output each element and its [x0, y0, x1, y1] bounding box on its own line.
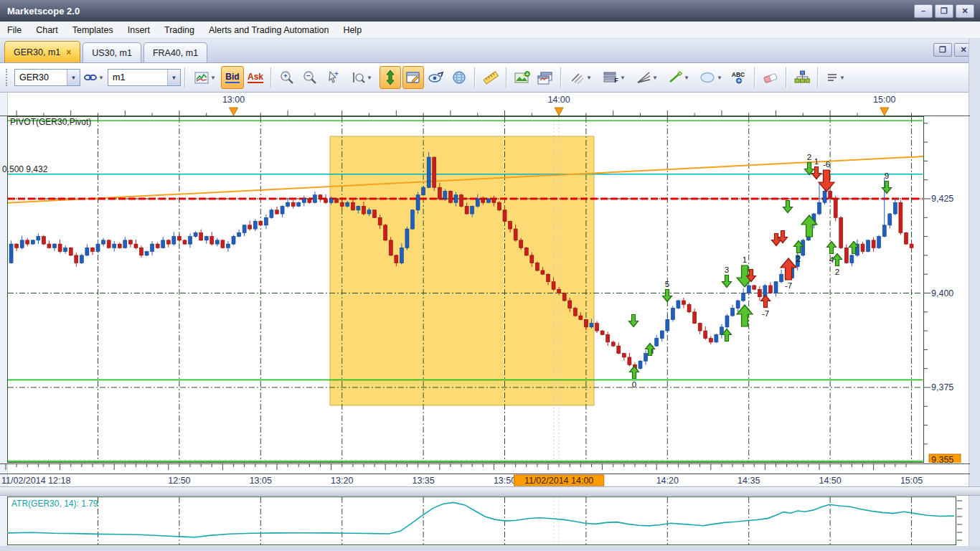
tab-area-controls: ❐ ✕ — [933, 43, 973, 57]
period-select[interactable]: m1 ▼ — [108, 69, 181, 86]
zoom-range-button[interactable]: ▼ — [345, 66, 378, 89]
symbol-select[interactable]: GER30 ▼ — [14, 69, 80, 86]
toolbar-grip[interactable] — [6, 69, 10, 86]
atr-border — [8, 497, 956, 545]
price-axis-label: 9.355 — [931, 455, 953, 463]
bid-button[interactable]: Bid — [221, 66, 244, 89]
ruler-icon — [482, 70, 499, 85]
add-text-button[interactable]: ABC + — [728, 66, 750, 89]
levels-tools-button[interactable]: F ▼ — [598, 66, 631, 89]
title-bar: Marketscope 2.0 — [0, 0, 980, 22]
restore-icon: ❐ — [941, 7, 948, 15]
zoom-range-icon — [351, 70, 365, 85]
price-axis-label: 9,425 — [931, 194, 953, 204]
chevron-down-icon[interactable]: ▼ — [167, 70, 180, 85]
top-time-label: 15:00 — [873, 95, 895, 105]
tab-us30-m1[interactable]: US30, m1 — [83, 42, 141, 62]
svg-text:+: + — [334, 70, 338, 77]
signal-arrow-label: 2 — [807, 153, 811, 161]
highlight-region — [330, 136, 594, 405]
zoom-out-icon: − — [302, 70, 318, 85]
window-bottom-edge — [0, 546, 980, 551]
shape-tools-button[interactable]: ▼ — [695, 66, 727, 89]
ellipse-icon — [699, 71, 715, 84]
measure-button[interactable] — [480, 66, 501, 89]
add-image-button[interactable]: + — [512, 66, 533, 89]
chevron-down-icon: ▼ — [210, 75, 216, 81]
menu-item-alerts-and-trading-automation[interactable]: Alerts and Trading Automation — [202, 22, 336, 38]
bottom-time-label: 11/02/2014 14:00 — [524, 476, 593, 486]
signal-arrow-label: 0 — [632, 380, 636, 389]
eye-arrow-icon — [428, 71, 445, 84]
svg-text:+: + — [526, 71, 529, 77]
chevron-down-icon: ▼ — [620, 75, 626, 81]
symbol-select-value: GER30 — [15, 72, 67, 83]
web-button[interactable] — [448, 66, 470, 89]
price-chart[interactable]: 0531-7-7221-69429,4259,4009,3759.355 — [7, 116, 973, 463]
highlight-mode-toggle[interactable] — [402, 66, 424, 89]
minimize-button[interactable]: – — [914, 4, 933, 18]
toolbar-options-button[interactable]: ▼ — [823, 66, 849, 89]
arrange-windows-button[interactable] — [534, 66, 556, 89]
menu-item-file[interactable]: File — [0, 22, 29, 38]
restore-button[interactable]: ❐ — [935, 4, 953, 18]
ask-label: Ask — [248, 72, 263, 83]
line-tools-button[interactable]: ▼ — [664, 66, 694, 89]
eraser-button[interactable] — [760, 66, 781, 89]
tab-restore-button[interactable]: ❐ — [933, 43, 952, 57]
close-button[interactable]: ✕ — [956, 4, 974, 18]
ask-button[interactable]: Ask — [244, 66, 267, 89]
top-time-label: 13:00 — [222, 95, 245, 105]
zoom-in-button[interactable]: + — [276, 66, 298, 89]
eraser-icon — [762, 71, 779, 84]
strategy-wizard-button[interactable] — [791, 66, 813, 89]
bottom-time-label: 13:05 — [250, 476, 272, 486]
text-abc-icon: ABC + — [730, 70, 748, 85]
chevron-down-icon[interactable]: ▼ — [67, 70, 80, 85]
top-time-label: 14:00 — [547, 95, 570, 105]
atr-indicator-pane[interactable] — [7, 496, 973, 546]
price-axis: 9,4259,4009,3759.355 — [923, 123, 961, 463]
bottom-time-label: 13:35 — [412, 476, 434, 486]
tab-close-icon[interactable]: × — [66, 47, 71, 57]
tab-label: US30, m1 — [92, 48, 132, 58]
fan-lines-icon — [636, 71, 651, 84]
price-levels-icon: F — [603, 71, 618, 84]
globe-icon — [452, 70, 466, 85]
window-title: Marketscope 2.0 — [7, 6, 80, 17]
link-charts-button[interactable]: ▼ — [81, 66, 107, 89]
chevron-down-icon: ▼ — [684, 75, 689, 81]
bottom-time-label: 11/02/2014 12:18 — [1, 476, 70, 486]
menu-item-trading[interactable]: Trading — [157, 22, 202, 38]
chart-type-button[interactable]: ▼ — [190, 66, 220, 89]
top-time-axis[interactable]: 13:0014:0015:00 — [0, 93, 980, 116]
chevron-down-icon: ▼ — [717, 75, 722, 81]
tab-fra40-m1[interactable]: FRA40, m1 — [143, 42, 207, 62]
zoom-out-button[interactable]: − — [299, 66, 321, 89]
bottom-time-label: 13:50 — [494, 476, 516, 486]
menu-bar: FileChartTemplatesInsertTradingAlerts an… — [0, 22, 980, 39]
hour-marker-icon — [880, 108, 889, 116]
highlight-window-icon — [405, 70, 421, 85]
menu-item-insert[interactable]: Insert — [121, 22, 157, 38]
bottom-time-axis[interactable]: 11/02/2014 12:1812:5013:0513:2013:3513:5… — [0, 463, 980, 486]
chevron-down-icon: ▼ — [367, 75, 372, 81]
auto-scale-toggle[interactable] — [380, 66, 401, 89]
fibonacci-tools-button[interactable]: ▼ — [566, 66, 596, 89]
list-icon — [826, 72, 838, 83]
fan-tools-button[interactable]: ▼ — [632, 66, 662, 89]
svg-text:−: − — [306, 72, 311, 80]
signal-arrow-label: 2 — [796, 255, 801, 263]
menu-item-help[interactable]: Help — [336, 22, 369, 38]
pointer-zoom-button[interactable]: + — [322, 66, 344, 89]
marketscope-window: Marketscope 2.0 – ❐ ✕ FileChartTemplates… — [0, 0, 980, 551]
bottom-time-label: 14:50 — [819, 476, 841, 486]
menu-item-chart[interactable]: Chart — [29, 22, 65, 38]
signal-arrow-label: 5 — [665, 280, 669, 288]
pane-splitter[interactable] — [0, 486, 980, 496]
tab-ger30-m1[interactable]: GER30, m1× — [4, 41, 80, 62]
close-icon: ✕ — [961, 7, 968, 15]
menu-item-templates[interactable]: Templates — [65, 22, 121, 38]
bottom-time-label: 12:50 — [168, 476, 190, 486]
preview-button[interactable] — [425, 66, 447, 89]
